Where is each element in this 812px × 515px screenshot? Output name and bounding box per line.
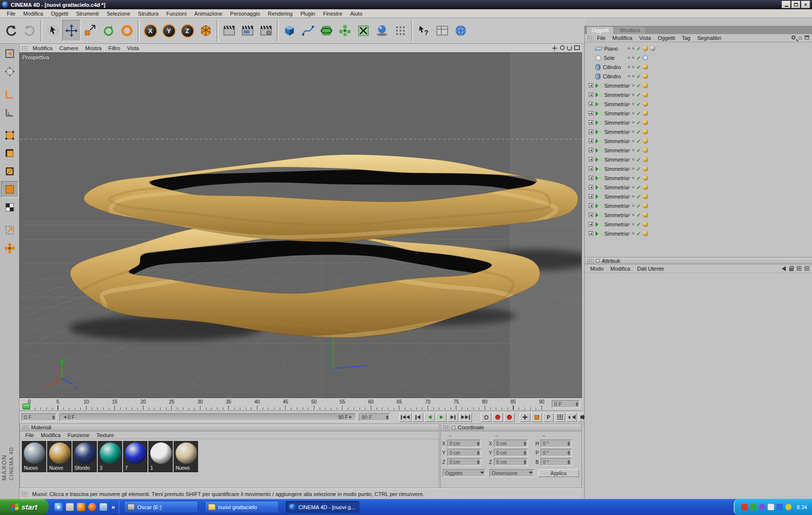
material-tag-icon[interactable] [643,55,648,60]
attribute-menu-item[interactable]: Dati Utente [634,265,668,272]
expand-icon[interactable] [589,213,593,217]
enabled-check-icon[interactable]: ✓ [636,120,641,125]
render-visibility-dot[interactable] [632,140,634,142]
editor-visibility-dot[interactable] [628,121,630,124]
attribute-menu-item[interactable]: Modo [587,265,607,272]
update-tray-icon[interactable] [759,504,765,510]
add-primitive-icon[interactable] [280,20,299,41]
record-scale-toggle[interactable] [531,413,542,422]
enabled-check-icon[interactable]: ✓ [636,139,641,144]
material-tag-icon[interactable] [643,231,648,236]
expand-icon[interactable] [589,111,593,115]
current-frame-marker[interactable] [22,404,30,409]
lock-icon[interactable] [789,268,794,271]
range-left-icon[interactable] [64,416,66,419]
object-row[interactable]: Simmetria ✓ [585,201,812,210]
editor-visibility-dot[interactable] [628,223,630,225]
material-tag-icon[interactable] [643,184,648,190]
enabled-check-icon[interactable]: ✓ [636,74,641,79]
enabled-check-icon[interactable]: ✓ [636,185,641,190]
position-z-field[interactable]: 0 cm [447,458,481,466]
object-row[interactable]: Cilindro ✓ [585,62,812,72]
make-editable-button[interactable] [1,45,18,62]
editor-visibility-dot[interactable] [628,75,630,77]
expand-icon[interactable] [589,129,593,134]
material-tile[interactable]: Nuovo [22,441,46,472]
enabled-check-icon[interactable]: ✓ [636,65,641,70]
enabled-check-icon[interactable]: ✓ [636,157,641,162]
coordinates-header[interactable]: Coordinate [441,424,581,431]
menu-item[interactable]: Modifica [19,10,47,17]
timeline[interactable]: 051015202530354045505560657075808590 0 F [19,398,582,411]
expand-icon[interactable] [589,231,593,236]
enabled-check-icon[interactable]: ✓ [636,222,641,227]
object-menu-item[interactable]: Vista [636,35,654,41]
editor-visibility-dot[interactable] [628,103,630,105]
material-tag-icon[interactable] [643,110,648,116]
render-visibility-dot[interactable] [632,177,634,179]
editor-visibility-dot[interactable] [628,112,630,114]
object-row[interactable]: Sole ✓ [585,53,812,62]
enabled-check-icon[interactable]: ✓ [636,194,641,199]
redo-icon[interactable] [20,20,39,41]
dock-icon[interactable] [805,36,809,39]
editor-visibility-dot[interactable] [628,195,630,198]
object-menu-item[interactable]: Oggetti [654,35,678,41]
volume-tray-icon[interactable] [768,504,774,510]
show-desktop-icon[interactable] [66,503,74,511]
enabled-check-icon[interactable]: ✓ [636,166,641,171]
viewport-menu-item[interactable]: Vista [124,45,142,52]
drag-grip[interactable] [443,425,450,430]
add-array-icon[interactable] [336,20,354,41]
object-row[interactable]: Simmetria ✓ [585,155,812,164]
model-mode-button[interactable] [1,63,18,80]
material-tag-icon[interactable] [643,101,648,107]
rotate-ring-icon[interactable] [118,20,136,41]
object-row[interactable]: Piano ✓ [585,44,812,53]
size-x-field[interactable]: 0 cm [494,440,528,447]
render-visibility-dot[interactable] [632,149,634,151]
viewport-menu-item[interactable]: Camere [56,45,82,52]
tab-struttura[interactable]: Struttura [614,27,645,34]
drag-grip[interactable] [22,425,29,430]
min-frame-field[interactable]: 0 F [21,413,56,421]
z-axis-lock-icon[interactable]: Z [178,20,197,41]
material-tile[interactable]: 1 [148,441,173,472]
menu-item[interactable]: Struttura [134,10,162,17]
menu-item[interactable]: Animazione [190,10,226,17]
editor-visibility-dot[interactable] [628,158,630,161]
add-particles-icon[interactable] [391,20,410,41]
object-row[interactable]: Simmetria ✓ [585,127,812,136]
editor-visibility-dot[interactable] [628,140,630,142]
smoothing-tag-icon[interactable] [650,46,655,51]
quick-launch-overflow[interactable]: » [110,503,115,511]
material-tag-icon[interactable] [643,92,648,97]
materials-menu-item[interactable]: Modifica [37,432,64,439]
material-tag-icon[interactable] [643,194,648,199]
size-y-field[interactable]: 0 cm [494,449,528,457]
step-down-icon[interactable] [576,405,578,406]
render-settings-icon[interactable] [257,20,275,41]
enabled-check-icon[interactable]: ✓ [636,92,641,97]
menu-item[interactable]: File [3,10,19,17]
display-settings-icon[interactable] [433,20,451,41]
object-row[interactable]: Simmetria ✓ [585,173,812,183]
materials-header[interactable]: Materiali [20,424,439,431]
rotation-b-field[interactable]: 0 ° [541,458,572,466]
texture-axis-mode-button[interactable] [1,222,18,239]
play-button[interactable] [436,413,447,422]
restore-button[interactable] [792,1,800,8]
goto-end-button[interactable] [459,413,472,422]
position-y-field[interactable]: 0 cm [447,449,481,457]
render-visibility-dot[interactable] [632,204,634,207]
pan-view-icon[interactable] [551,45,558,51]
materials-menu-item[interactable]: Texture [93,432,117,439]
object-row[interactable]: Cilindro ✓ [585,72,812,81]
browser-globe-icon[interactable] [451,20,470,41]
material-tile[interactable]: 7 [123,441,147,472]
enabled-check-icon[interactable]: ✓ [636,213,641,218]
enabled-check-icon[interactable]: ✓ [636,46,641,51]
editor-visibility-dot[interactable] [628,186,630,188]
object-row[interactable]: Simmetria ✓ [585,146,812,155]
frame-range-slider[interactable]: 0 F 90 F [59,413,356,421]
